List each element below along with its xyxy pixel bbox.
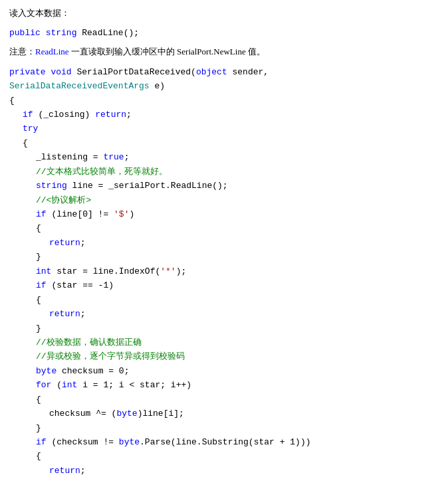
code-line-2: SerialDataReceivedEventArgs e)	[9, 79, 439, 93]
code-line-23: for (int i = 1; i < star; i++)	[9, 378, 439, 392]
code-line-5: try	[9, 122, 439, 136]
code-line-3: {	[9, 94, 439, 108]
code-line-4: if (_closing) return;	[9, 108, 439, 122]
code-line-25: checksum ^= (byte)line[i];	[9, 407, 439, 421]
code-line-26: }	[9, 421, 439, 435]
code-line-28: {	[9, 449, 439, 463]
code-line-16: if (star == -1)	[9, 278, 439, 292]
code-line-22: byte checksum = 0;	[9, 364, 439, 378]
code-block: private void SerialPortDataReceived(obje…	[9, 65, 439, 479]
code-line-8: //文本格式比较简单，死等就好。	[9, 165, 439, 179]
keyword-public: public	[9, 28, 41, 38]
code-line-27: if (checksum != byte.Parse(line.Substrin…	[9, 435, 439, 449]
method-name: ReadLine();	[82, 28, 139, 38]
code-line-13: return;	[9, 236, 439, 250]
page-content: 读入文本数据： public string ReadLine(); 注意：Rea…	[9, 7, 439, 479]
code-line-17: {	[9, 293, 439, 307]
code-line-15: int star = line.IndexOf('*');	[9, 264, 439, 278]
code-line-10: //<协议解析>	[9, 193, 439, 207]
code-line-12: {	[9, 221, 439, 235]
code-line-7: _listening = true;	[9, 150, 439, 164]
note-line: 注意：ReadLine 一直读取到输入缓冲区中的 SerialPort.NewL…	[9, 44, 439, 59]
code-line-19: }	[9, 322, 439, 335]
code-line-9: string line = _serialPort.ReadLine();	[9, 179, 439, 193]
type-string: string	[46, 28, 77, 38]
api-signature: public string ReadLine();	[9, 26, 439, 40]
code-line-21: //异或校验，逐个字节异或得到校验码	[9, 349, 439, 363]
header-label: 读入文本数据：	[9, 7, 439, 21]
code-line-20: //校验数据，确认数据正确	[9, 335, 439, 349]
code-line-11: if (line[0] != '$')	[9, 207, 439, 221]
code-line-1: private void SerialPortDataReceived(obje…	[9, 65, 439, 79]
code-line-24: {	[9, 393, 439, 407]
code-line-18: return;	[9, 307, 439, 321]
code-line-14: }	[9, 250, 439, 264]
code-line-6: {	[9, 136, 439, 150]
code-line-29: return;	[9, 464, 439, 478]
